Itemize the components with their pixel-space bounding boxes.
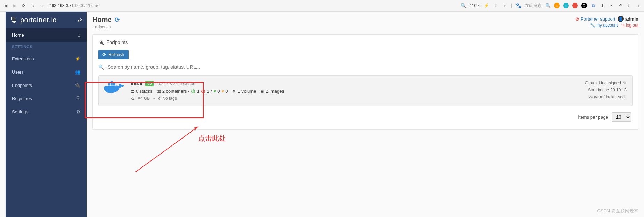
power-off-icon: ⏻	[201, 89, 205, 94]
support-x-icon: ⊘	[575, 16, 579, 22]
search-bar[interactable]: 🔍	[98, 64, 633, 70]
back-icon[interactable]: ◀	[3, 3, 8, 8]
toolbar-right: 🔍 110% ⚡ ⇪ ▾ | 🐾 在此搜索 🔍 ◆ ∞ 译 O ⧉ ⬇ ✂ ↶ …	[461, 3, 641, 9]
sidebar-item-endpoints[interactable]: Endpoints 🔌	[6, 78, 87, 92]
sidebar-item-label: Home	[12, 32, 24, 38]
annotation-text: 点击此处	[198, 134, 226, 143]
browser-search[interactable]: 在此搜索	[525, 3, 542, 9]
annotation-arrow	[129, 120, 205, 175]
zoom-icon[interactable]: 🔍	[461, 3, 466, 8]
svg-rect-4	[111, 83, 113, 85]
sidebar-section-settings: SETTINGS	[6, 42, 87, 52]
cut-icon[interactable]: ✂	[608, 3, 614, 8]
svg-rect-7	[111, 81, 113, 83]
add-icon[interactable]: ＋	[636, 3, 641, 8]
search-input[interactable]	[108, 64, 633, 70]
ext-icon-2[interactable]: ∞	[563, 3, 569, 8]
share-icon[interactable]: ⇪	[493, 3, 498, 8]
url-host: 192.168.3.71	[49, 3, 74, 8]
layers-icon: ▣	[260, 89, 264, 94]
edit-icon[interactable]: ✎	[623, 81, 627, 85]
stacks-stat: ≣0 stacks	[131, 89, 153, 94]
cogs-icon: ⚙	[76, 109, 80, 114]
url-path: :9000/#/home	[74, 3, 99, 8]
paw-icon[interactable]: 🐾	[515, 3, 521, 8]
dropdown-icon[interactable]: ▾	[502, 3, 507, 8]
sidebar-item-label: Registries	[12, 96, 32, 101]
status-badge: up	[145, 81, 154, 86]
plug-icon: 🔌	[75, 83, 80, 88]
endpoint-name: local	[131, 81, 142, 87]
sidebar-toggle-icon[interactable]: ⇄	[77, 17, 82, 23]
heart-icon: ♥	[222, 89, 224, 94]
forward-icon[interactable]: ▶	[12, 3, 17, 8]
sidebar: portainer.io ⇄ Home ⌂ SETTINGS Extension…	[6, 12, 87, 217]
database-icon: 🗄	[76, 96, 80, 101]
refresh-icon: ⟳	[102, 52, 106, 57]
portainer-logo-icon	[10, 16, 19, 24]
sidebar-item-label: Users	[12, 69, 24, 75]
download-icon[interactable]: ⬇	[599, 3, 605, 8]
volumes-stat: ❖1 volume	[232, 89, 256, 94]
ram-stat: ≡4 GB	[138, 96, 150, 101]
undo-icon[interactable]: ↶	[618, 3, 623, 8]
browser-toolbar: ◀ ▶ ⟳ ⌂ ☆ 192.168.3.71:9000/#/home 🔍 110…	[0, 0, 644, 12]
moon-icon[interactable]: ☾	[627, 3, 632, 8]
flash-icon[interactable]: ⚡	[484, 3, 489, 8]
sidebar-item-users[interactable]: Users 👥	[6, 65, 87, 78]
endpoint-mode: Standalone 20.10.13	[588, 88, 627, 92]
star-icon[interactable]: ☆	[39, 3, 45, 8]
brand-text: portainer.io	[20, 16, 57, 24]
endpoints-panel: 🔌 Endpoints ⟳ Refresh 🔍	[92, 34, 638, 130]
breadcrumb: Endpoints	[92, 24, 120, 29]
url-bar[interactable]: 192.168.3.71:9000/#/home	[49, 3, 99, 8]
panel-title: 🔌 Endpoints	[98, 39, 633, 45]
user-badge[interactable]: 👤admin	[618, 16, 638, 22]
logout-link[interactable]: ↪ log out	[621, 23, 638, 28]
plug-icon: 🔌	[98, 39, 104, 45]
grid-icon: ▦	[157, 89, 161, 94]
endpoint-socket: /var/run/docker.sock	[589, 95, 627, 99]
refresh-button[interactable]: ⟳ Refresh	[98, 50, 129, 59]
brand-logo[interactable]: portainer.io ⇄	[6, 12, 87, 28]
cpu-stat: ▪2	[131, 96, 134, 101]
endpoint-timestamp: 2022-03-24 19:34:36	[156, 81, 195, 86]
docker-logo-icon	[104, 81, 125, 97]
sidebar-item-registries[interactable]: Registries 🗄	[6, 92, 87, 105]
home-icon: ⌂	[78, 32, 80, 38]
home-icon[interactable]: ⌂	[30, 3, 36, 8]
search-icon: 🔍	[98, 64, 104, 70]
sidebar-item-label: Extensions	[12, 56, 34, 61]
support-link[interactable]: ⊘Portainer support	[575, 16, 615, 22]
title-refresh-icon[interactable]: ⟳	[115, 16, 120, 24]
my-account-link[interactable]: 🔧 my account	[590, 23, 618, 28]
tags-stat: 🏷No tags	[158, 96, 177, 101]
sidebar-item-label: Endpoints	[12, 83, 32, 88]
search-icon[interactable]: 🔍	[545, 3, 551, 8]
pager-select[interactable]: 10	[612, 112, 631, 122]
reload-icon[interactable]: ⟳	[21, 3, 26, 8]
zoom-level: 110%	[470, 3, 480, 8]
sidebar-item-home[interactable]: Home ⌂	[6, 28, 87, 42]
ext-icon-4[interactable]: O	[581, 3, 587, 8]
main-content: Home ⟳ Endpoints ⊘Portainer support 👤adm…	[87, 12, 644, 217]
pager-label: Items per page	[578, 114, 608, 120]
images-stat: ▣2 images	[260, 89, 284, 94]
user-icon: 👤	[618, 16, 624, 22]
tag-icon: 🏷	[158, 96, 162, 101]
users-icon: 👥	[75, 69, 80, 75]
sidebar-item-label: Settings	[12, 109, 28, 114]
list-icon: ≣	[131, 89, 134, 94]
translate-icon[interactable]: 译	[572, 3, 578, 8]
ext-icon-1[interactable]: ◆	[554, 3, 560, 8]
svg-line-8	[135, 127, 198, 172]
sidebar-item-settings[interactable]: Settings ⚙	[6, 105, 87, 118]
screenshot-icon[interactable]: ⧉	[590, 3, 596, 8]
sidebar-item-extensions[interactable]: Extensions ⚡	[6, 52, 87, 65]
bolt-icon: ⚡	[75, 56, 80, 61]
power-on-icon: ⏻	[191, 89, 195, 94]
left-gutter	[0, 12, 6, 217]
endpoint-row-local[interactable]: local up 2022-03-24 19:34:36 ≣0 stacks ▦…	[98, 75, 633, 106]
page-title: Home ⟳	[92, 16, 120, 24]
endpoint-group: Group: Unassigned	[585, 81, 621, 85]
